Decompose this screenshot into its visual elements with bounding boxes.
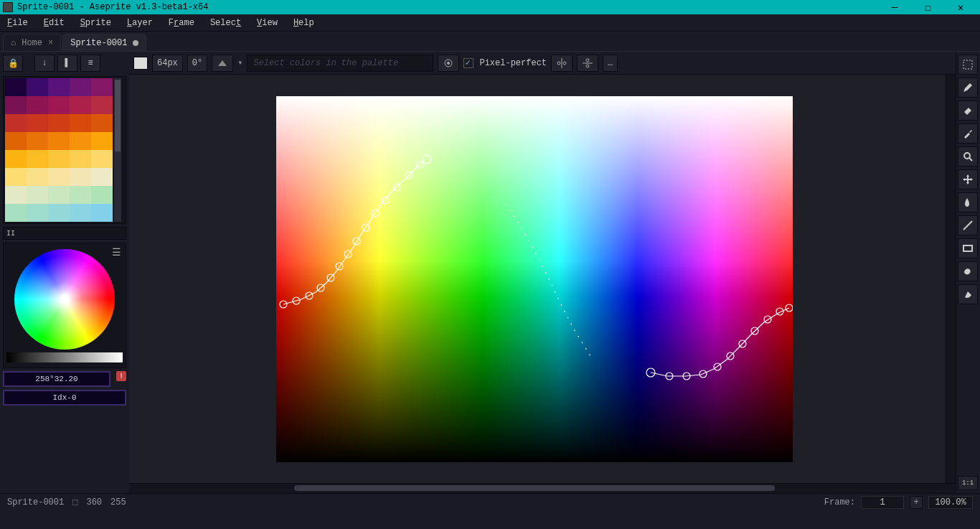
menu-file[interactable]: File (4, 17, 31, 29)
tab-sprite-label: Sprite-0001 (70, 38, 127, 48)
eyedropper-tool[interactable] (958, 123, 978, 144)
palette-swatch[interactable] (70, 168, 91, 186)
palette-swatch[interactable] (27, 186, 48, 204)
frame-input[interactable] (861, 496, 904, 509)
menu-help[interactable]: Help (291, 17, 317, 29)
palette-swatch[interactable] (27, 96, 48, 114)
palette-swatch[interactable] (48, 150, 70, 168)
palette-swatch[interactable] (70, 150, 91, 168)
close-button[interactable]: ✕ (944, 0, 977, 14)
palette-swatch[interactable] (70, 132, 91, 150)
palette-scrollbar[interactable] (114, 78, 121, 222)
tab-home[interactable]: ⌂ Home × (3, 34, 61, 51)
menu-view[interactable]: View (254, 17, 281, 29)
add-frame-button[interactable]: + (910, 496, 923, 509)
paint-bucket-tool[interactable] (958, 192, 978, 212)
palette-swatch[interactable] (91, 150, 113, 168)
symmetry-horizontal-button[interactable] (577, 55, 598, 72)
palette-swatch[interactable] (91, 78, 113, 96)
palette-sort-button[interactable]: ↓ (34, 55, 55, 72)
zoom-field[interactable]: 100.0% (928, 496, 973, 509)
palette-swatch[interactable] (48, 132, 70, 150)
index-readout[interactable]: Idx-0 (3, 390, 126, 406)
brush-size-field[interactable]: 64px (152, 55, 183, 72)
marquee-tool[interactable] (958, 55, 978, 75)
palette-swatch[interactable] (91, 204, 113, 222)
palette-swatch[interactable] (48, 204, 70, 222)
palette-grid[interactable] (5, 78, 113, 222)
palette-swatch[interactable] (5, 96, 27, 114)
minimize-button[interactable]: ― (878, 0, 911, 14)
move-tool[interactable] (958, 169, 978, 189)
palette-options-button[interactable]: ≡ (80, 55, 100, 72)
maximize-button[interactable]: ☐ (911, 0, 944, 14)
palette-swatch[interactable] (5, 168, 27, 186)
blur-tool[interactable] (958, 284, 978, 304)
canvas-vscrollbar[interactable] (946, 75, 956, 483)
color-wheel-cursor[interactable] (62, 296, 67, 302)
palette-swatch[interactable] (91, 114, 113, 132)
palette-swatch[interactable] (91, 168, 113, 186)
palette-swatch[interactable] (27, 132, 48, 150)
palette-swatch[interactable] (5, 78, 27, 96)
aspect-ratio-button[interactable]: 1:1 (958, 476, 978, 490)
palette-swatch[interactable] (48, 78, 70, 96)
menu-select[interactable]: Select (207, 17, 244, 29)
contour-tool[interactable] (958, 261, 978, 281)
palette-swatch[interactable] (48, 186, 70, 204)
palette-swatch[interactable] (70, 114, 91, 132)
palette-swatch[interactable] (27, 150, 48, 168)
dropdown-icon[interactable]: ▾ (237, 57, 242, 68)
menu-layer[interactable]: Layer (124, 17, 156, 29)
target-icon (443, 57, 454, 69)
palette-swatch[interactable] (5, 186, 27, 204)
palette-lock-button[interactable]: 🔒 (3, 55, 23, 72)
palette-presets-button[interactable]: ▌ (57, 55, 77, 72)
menu-sprite[interactable]: Sprite (77, 17, 114, 29)
palette-swatch[interactable] (91, 186, 113, 204)
palette-swatch[interactable] (70, 78, 91, 96)
line-tool[interactable] (958, 215, 978, 235)
pixel-perfect-toggle[interactable]: Pixel-perfect (463, 58, 547, 68)
brush-angle-field[interactable]: 0° (187, 55, 207, 72)
pencil-tool[interactable] (958, 78, 978, 98)
eraser-tool[interactable] (958, 100, 978, 121)
menu-edit[interactable]: Edit (41, 17, 67, 29)
palette-swatch[interactable] (70, 186, 91, 204)
ink-type-button[interactable] (212, 55, 233, 72)
palette-swatch[interactable] (27, 114, 48, 132)
palette-swatch[interactable] (5, 150, 27, 168)
color-wheel[interactable] (14, 249, 115, 350)
palette-footer[interactable]: II (3, 227, 126, 240)
palette-swatch[interactable] (27, 168, 48, 186)
tab-home-close[interactable]: × (48, 38, 53, 48)
palette-swatch[interactable] (91, 132, 113, 150)
value-slider[interactable] (6, 352, 123, 362)
more-options-button[interactable]: … (603, 55, 618, 72)
palette-swatch[interactable] (27, 78, 48, 96)
canvas[interactable] (276, 96, 793, 462)
symmetry-vertical-button[interactable] (551, 55, 573, 72)
rect-tool[interactable] (958, 238, 978, 258)
palette-swatch[interactable] (91, 96, 113, 114)
palette-swatch[interactable] (5, 114, 27, 132)
position-readout[interactable]: 258°32.20 (3, 371, 110, 387)
warning-icon[interactable]: ! (116, 371, 126, 381)
brush-preview[interactable] (133, 57, 148, 70)
palette-swatch[interactable] (5, 132, 27, 150)
palette-swatch[interactable] (70, 204, 91, 222)
palette-swatch[interactable] (27, 204, 48, 222)
menu-frame[interactable]: Frame (166, 17, 197, 29)
palette-search[interactable]: Select colors in the palette (247, 55, 433, 72)
palette-swatch[interactable] (5, 204, 27, 222)
zoom-tool[interactable] (958, 146, 978, 167)
palette-swatch[interactable] (48, 96, 70, 114)
shade-button[interactable] (438, 55, 459, 72)
palette-swatch[interactable] (48, 114, 70, 132)
palette-swatch[interactable] (48, 168, 70, 186)
color-wheel-menu-button[interactable]: ☰ (112, 246, 121, 258)
tab-sprite[interactable]: Sprite-0001 (62, 34, 146, 51)
palette-swatch[interactable] (70, 96, 91, 114)
canvas-hscrollbar[interactable] (129, 483, 956, 493)
svg-point-1 (447, 62, 450, 65)
